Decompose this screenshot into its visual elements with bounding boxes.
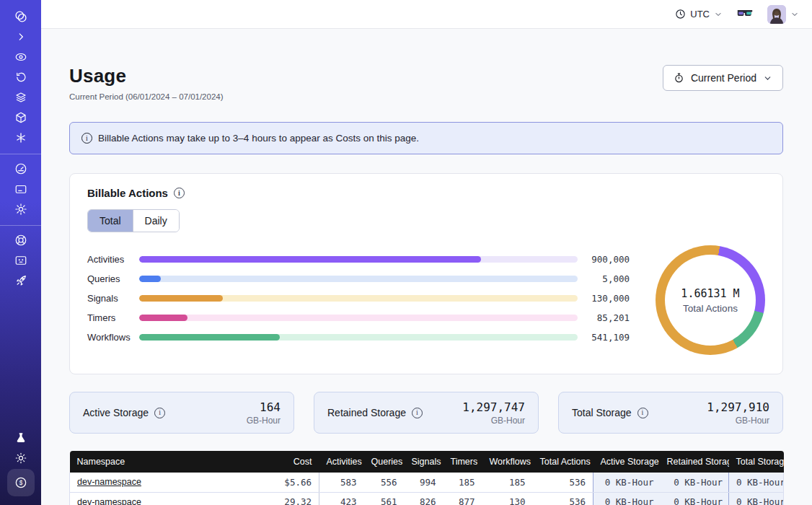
sidebar-item-asterisk[interactable] bbox=[12, 128, 30, 147]
bar-value: 541,109 bbox=[578, 332, 630, 343]
col-activities: Activities bbox=[319, 451, 364, 473]
bar-row-activities: Activities 900,000 bbox=[87, 250, 630, 269]
total-storage-card: Total Storage i 1,297,910 GB-Hour bbox=[558, 392, 783, 434]
active-storage-card: Active Storage i 164 GB-Hour bbox=[69, 392, 294, 434]
info-icon[interactable]: i bbox=[174, 188, 185, 198]
sidebar-item-usage[interactable] bbox=[12, 159, 30, 178]
main-content: Usage Current Period (06/01/2024 – 07/01… bbox=[41, 65, 812, 505]
sidebar-item-billing[interactable] bbox=[12, 180, 30, 198]
bar-label: Workflows bbox=[87, 332, 139, 343]
bar-fill bbox=[139, 295, 223, 302]
namespace-link[interactable]: dev-namespace bbox=[77, 497, 141, 505]
chevron-down-icon bbox=[714, 10, 723, 19]
col-workflows: Workflows bbox=[482, 451, 533, 473]
col-total-storage: Total Storage bbox=[729, 451, 784, 473]
sidebar-item-cube[interactable] bbox=[12, 108, 30, 127]
user-avatar bbox=[767, 5, 786, 24]
page-subtitle: Current Period (06/01/2024 – 07/01/2024) bbox=[69, 92, 224, 101]
donut-caption: Total Actions bbox=[683, 303, 738, 314]
billable-view-tabs: Total Daily bbox=[87, 209, 180, 232]
storage-summary-row: Active Storage i 164 GB-Hour Retained St… bbox=[69, 392, 783, 434]
cell-cost: 29.32 bbox=[240, 492, 319, 505]
chevron-down-icon bbox=[790, 10, 799, 19]
sidebar-item-settings[interactable] bbox=[12, 200, 30, 219]
total-actions-donut: 1.66131 M Total Actions bbox=[656, 245, 765, 355]
info-icon[interactable]: i bbox=[637, 408, 648, 418]
bar-row-timers: Timers 85,201 bbox=[87, 308, 630, 328]
sidebar-item-getting-started[interactable] bbox=[12, 271, 30, 290]
cell-retained-storage: 0 KB-Hour bbox=[660, 473, 729, 492]
col-namespace: Namespace bbox=[70, 451, 240, 473]
tab-total[interactable]: Total bbox=[88, 210, 133, 232]
billable-actions-title: Billable Actions bbox=[87, 187, 168, 199]
temporal-logo[interactable] bbox=[12, 7, 30, 26]
sidebar-item-history[interactable] bbox=[12, 68, 30, 87]
lifebuoy-icon bbox=[14, 234, 27, 247]
chevron-right-icon bbox=[16, 32, 26, 42]
sidebar-item-docs[interactable] bbox=[12, 251, 30, 270]
bar-value: 130,000 bbox=[578, 293, 630, 304]
billable-actions-bar-chart: Activities 900,000 Queries 5,000 Signals… bbox=[87, 250, 643, 355]
cell-active-storage: 0 KB-Hour bbox=[593, 473, 660, 492]
cell-activities: 423 bbox=[319, 492, 364, 505]
sidebar-item-support[interactable] bbox=[12, 231, 30, 250]
col-retained-storage: Retained Storage bbox=[660, 451, 729, 473]
flask-icon bbox=[14, 431, 27, 444]
period-selector-button[interactable]: Current Period bbox=[663, 65, 783, 91]
col-cost: Cost bbox=[240, 451, 319, 473]
info-icon[interactable]: i bbox=[412, 408, 423, 418]
total-storage-value: 1,297,910 bbox=[707, 400, 769, 414]
total-storage-unit: GB-Hour bbox=[707, 416, 769, 426]
table-header-row: Namespace Cost Activities Queries Signal… bbox=[70, 451, 784, 473]
sidebar-divider bbox=[0, 154, 41, 154]
chevron-down-icon bbox=[763, 74, 772, 83]
col-active-storage: Active Storage bbox=[593, 451, 660, 473]
sidebar-item-theme[interactable] bbox=[12, 449, 30, 467]
bar-label: Signals bbox=[87, 293, 139, 304]
bar-fill bbox=[139, 256, 481, 263]
bar-track bbox=[139, 315, 578, 321]
cell-cost: $5.66 bbox=[240, 473, 319, 492]
cell-total-storage: 0 KB-Hour bbox=[729, 473, 784, 492]
cell-active-storage: 0 KB-Hour bbox=[593, 492, 660, 505]
sun-icon bbox=[14, 452, 27, 465]
namespace-link[interactable]: dev-namespace bbox=[77, 477, 141, 487]
sidebar-item-credits[interactable]: $ bbox=[7, 469, 35, 496]
active-storage-label: Active Storage bbox=[83, 407, 149, 418]
gear-icon bbox=[14, 203, 27, 216]
bar-label: Queries bbox=[87, 273, 139, 284]
cell-timers: 185 bbox=[443, 473, 482, 492]
timezone-label: UTC bbox=[690, 9, 710, 19]
cube-icon bbox=[14, 111, 27, 124]
timezone-selector[interactable]: UTC bbox=[675, 9, 723, 19]
page-title: Usage bbox=[69, 65, 224, 87]
cell-total-actions: 536 bbox=[533, 492, 593, 505]
col-queries: Queries bbox=[364, 451, 405, 473]
tab-daily[interactable]: Daily bbox=[133, 210, 179, 232]
sidebar-item-namespaces[interactable] bbox=[12, 48, 30, 66]
table-row: dev-namespace 29.32 423 561 826 877 130 … bbox=[70, 492, 784, 505]
preview-features-button[interactable] bbox=[737, 8, 753, 20]
layers-icon bbox=[14, 91, 27, 104]
sidebar-item-layers[interactable] bbox=[12, 88, 30, 107]
donut-total-value: 1.66131 M bbox=[681, 287, 739, 300]
bar-fill bbox=[139, 315, 187, 321]
sidebar-expand-button[interactable] bbox=[12, 27, 30, 46]
bar-track bbox=[139, 295, 578, 302]
bar-track bbox=[139, 334, 578, 341]
temporal-logo-icon bbox=[14, 9, 28, 24]
info-banner-text: Billable Actions may take up to 3–4 hour… bbox=[98, 133, 419, 144]
card-icon bbox=[14, 183, 27, 196]
col-total-actions: Total Actions bbox=[533, 451, 593, 473]
user-menu[interactable] bbox=[767, 5, 799, 24]
sidebar-item-lab[interactable] bbox=[12, 429, 30, 447]
history-icon bbox=[14, 71, 27, 84]
stopwatch-icon bbox=[674, 72, 684, 84]
cell-queries: 556 bbox=[364, 473, 405, 492]
cell-retained-storage: 0 KB-Hour bbox=[660, 492, 729, 505]
info-icon: i bbox=[81, 133, 92, 144]
bar-track bbox=[139, 276, 578, 282]
cell-workflows: 130 bbox=[482, 492, 533, 505]
retained-storage-value: 1,297,747 bbox=[462, 400, 525, 414]
info-icon[interactable]: i bbox=[154, 408, 165, 418]
